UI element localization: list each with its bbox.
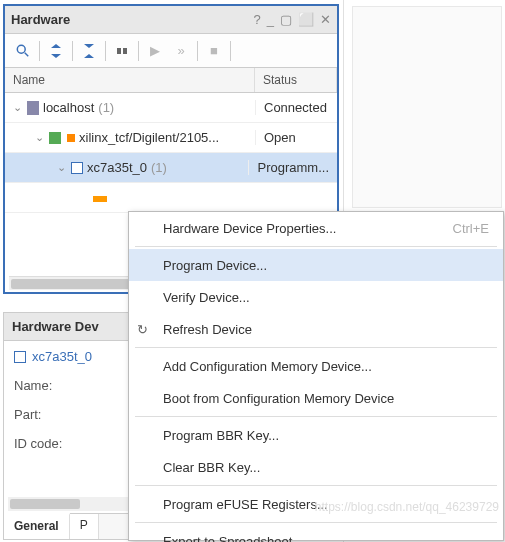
tab-general[interactable]: General <box>4 513 70 539</box>
tree-row[interactable]: ⌄xilinx_tcf/Digilent/2105... Open <box>5 123 337 153</box>
menu-shortcut: Ctrl+E <box>453 221 489 236</box>
table-header: Name Status <box>5 68 337 93</box>
svg-rect-3 <box>123 48 127 54</box>
restore-icon[interactable]: ▢ <box>280 12 292 27</box>
menu-item[interactable]: Program Device... <box>129 249 503 281</box>
stop-icon[interactable]: ■ <box>202 39 226 63</box>
tree-item-label: xc7a35t_0 <box>87 160 147 175</box>
menu-separator <box>135 246 497 247</box>
run-icon[interactable]: ▶ <box>143 39 167 63</box>
svg-line-1 <box>25 52 29 56</box>
context-menu: Hardware Device Properties...Ctrl+EProgr… <box>128 211 504 541</box>
menu-item[interactable]: Export to Spreadsheet... <box>129 525 503 542</box>
chevron-down-icon[interactable]: ⌄ <box>11 101 23 114</box>
server-icon <box>27 101 39 115</box>
menu-item-label: Hardware Device Properties... <box>163 221 336 236</box>
chevron-down-icon[interactable]: ⌄ <box>55 161 67 174</box>
toolbar: ▶ » ■ <box>5 34 337 68</box>
device-name: xc7a35t_0 <box>32 349 92 364</box>
tree-row[interactable]: ⌄xc7a35t_0 (1)Programm... <box>5 153 337 183</box>
menu-item-label: Verify Device... <box>163 290 250 305</box>
tcf-icon <box>49 132 61 144</box>
menu-item[interactable]: Add Configuration Memory Device... <box>129 350 503 382</box>
svg-rect-2 <box>117 48 121 54</box>
panel-header: Hardware ? _ ▢ ⬜ ✕ <box>5 6 337 34</box>
expand-all-icon[interactable] <box>77 39 101 63</box>
core-icon <box>93 196 107 202</box>
auto-connect-icon[interactable] <box>110 39 134 63</box>
column-name[interactable]: Name <box>5 68 255 92</box>
chevron-down-icon[interactable]: ⌄ <box>33 131 45 144</box>
menu-item-label: Program eFUSE Registers... <box>163 497 328 512</box>
menu-separator <box>135 522 497 523</box>
menu-item[interactable]: Boot from Configuration Memory Device <box>129 382 503 414</box>
maximize-icon[interactable]: ⬜ <box>298 12 314 27</box>
menu-item-label: Boot from Configuration Memory Device <box>163 391 394 406</box>
menu-separator <box>135 485 497 486</box>
tree-body: ⌄localhost (1)Connected⌄xilinx_tcf/Digil… <box>5 93 337 213</box>
chip-icon <box>71 162 83 174</box>
menu-separator <box>135 416 497 417</box>
tree-item-status: Programm... <box>248 160 337 175</box>
panel-title: Hardware <box>11 12 70 27</box>
chip-icon <box>14 351 26 363</box>
menu-item-label: Clear BBR Key... <box>163 460 260 475</box>
menu-item[interactable]: Program BBR Key... <box>129 419 503 451</box>
tree-row[interactable] <box>5 183 337 213</box>
tree-item-status: Open <box>255 130 337 145</box>
tab-other[interactable]: P <box>70 514 99 539</box>
collapse-all-icon[interactable] <box>44 39 68 63</box>
tree-item-label: xilinx_tcf/Digilent/2105... <box>79 130 219 145</box>
close-icon[interactable]: ✕ <box>320 12 331 27</box>
menu-item[interactable]: ↻Refresh Device <box>129 313 503 345</box>
svg-point-0 <box>17 45 25 53</box>
menu-item[interactable]: Hardware Device Properties...Ctrl+E <box>129 212 503 244</box>
menu-item-label: Program Device... <box>163 258 267 273</box>
menu-separator <box>135 347 497 348</box>
tree-item-label: localhost <box>43 100 94 115</box>
menu-item-label: Export to Spreadsheet... <box>163 534 303 543</box>
search-icon[interactable] <box>11 39 35 63</box>
tree-row[interactable]: ⌄localhost (1)Connected <box>5 93 337 123</box>
column-status[interactable]: Status <box>255 68 337 92</box>
watermark: https://blog.csdn.net/qq_46239729 <box>315 500 499 514</box>
refresh-icon: ↻ <box>137 322 148 337</box>
menu-item-label: Program BBR Key... <box>163 428 279 443</box>
help-icon[interactable]: ? <box>254 12 261 27</box>
menu-item-label: Refresh Device <box>163 322 252 337</box>
menu-item-label: Add Configuration Memory Device... <box>163 359 372 374</box>
menu-item[interactable]: Clear BBR Key... <box>129 451 503 483</box>
step-icon[interactable]: » <box>169 39 193 63</box>
menu-item[interactable]: Verify Device... <box>129 281 503 313</box>
tree-item-status: Connected <box>255 100 337 115</box>
minimize-icon[interactable]: _ <box>267 12 274 27</box>
